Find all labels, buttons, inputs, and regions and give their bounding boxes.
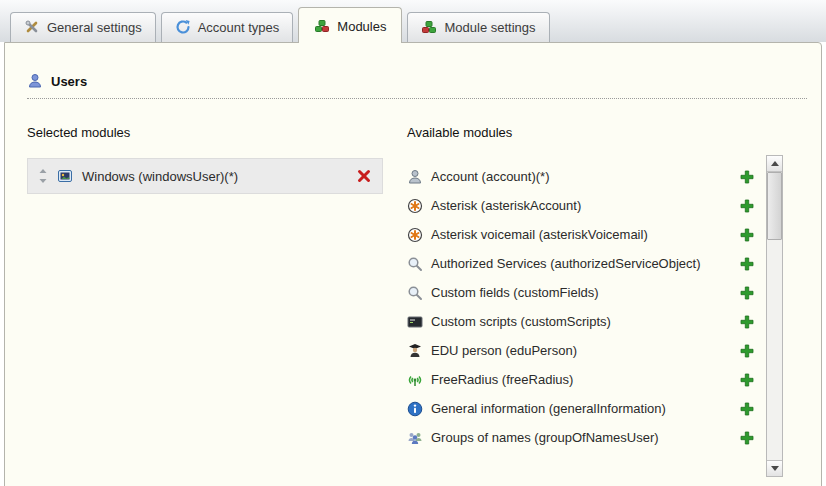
modules-icon bbox=[314, 18, 330, 34]
available-module-row: Custom fields (customFields) bbox=[407, 278, 755, 307]
plus-icon bbox=[739, 343, 755, 359]
available-module-label: Account (account)(*) bbox=[431, 169, 550, 184]
modules-panel: Users Selected modules Windows (windowsU… bbox=[4, 42, 822, 486]
available-module-label: Groups of names (groupOfNamesUser) bbox=[431, 430, 659, 445]
plus-icon bbox=[739, 198, 755, 214]
asterisk-icon bbox=[407, 198, 423, 214]
asterisk-icon bbox=[407, 227, 423, 243]
available-module-label: Authorized Services (authorizedServiceOb… bbox=[431, 256, 701, 271]
account-icon bbox=[407, 169, 423, 185]
tab-module-settings[interactable]: Module settings bbox=[407, 12, 549, 42]
available-module-row: Groups of names (groupOfNamesUser) bbox=[407, 423, 755, 452]
available-modules-heading: Available modules bbox=[407, 125, 783, 140]
section-title: Users bbox=[51, 74, 87, 89]
available-module-label: Custom scripts (customScripts) bbox=[431, 314, 611, 329]
plus-icon bbox=[739, 227, 755, 243]
lam-configuration-page: { "tabs": [ {"label": "General settings"… bbox=[0, 0, 826, 486]
available-module-row: General information (generalInformation) bbox=[407, 394, 755, 423]
up-arrow-icon bbox=[771, 161, 779, 166]
search-icon bbox=[407, 256, 423, 272]
user-icon bbox=[27, 73, 43, 89]
tools-icon bbox=[24, 19, 40, 35]
available-module-label: Custom fields (customFields) bbox=[431, 285, 599, 300]
plus-icon bbox=[739, 314, 755, 330]
add-module-button[interactable] bbox=[739, 256, 755, 272]
scrollbar-track[interactable] bbox=[767, 172, 782, 460]
tab-label: Module settings bbox=[444, 20, 535, 35]
tab-bar: General settings Account types Modules M… bbox=[0, 0, 826, 42]
available-modules-column: Available modules Account (account)(*) bbox=[407, 125, 783, 452]
available-module-row: Asterisk voicemail (asteriskVoicemail) bbox=[407, 220, 755, 249]
modules-columns: Selected modules Windows (windowsUser)(*… bbox=[5, 99, 821, 452]
available-module-row: Custom scripts (customScripts) bbox=[407, 307, 755, 336]
available-modules-scrollbar[interactable] bbox=[766, 155, 783, 477]
users-section-heading: Users bbox=[27, 73, 807, 99]
plus-icon bbox=[739, 256, 755, 272]
drag-handle-icon[interactable] bbox=[38, 168, 48, 184]
tab-general-settings[interactable]: General settings bbox=[10, 12, 156, 42]
add-module-button[interactable] bbox=[739, 430, 755, 446]
available-module-row: EDU person (eduPerson) bbox=[407, 336, 755, 365]
add-module-button[interactable] bbox=[739, 227, 755, 243]
available-module-label: FreeRadius (freeRadius) bbox=[431, 372, 573, 387]
add-module-button[interactable] bbox=[739, 198, 755, 214]
scrollbar-thumb[interactable] bbox=[767, 172, 782, 240]
plus-icon bbox=[739, 285, 755, 301]
info-icon bbox=[407, 401, 423, 417]
tab-label: General settings bbox=[47, 20, 142, 35]
antenna-icon bbox=[407, 372, 423, 388]
available-module-row: Authorized Services (authorizedServiceOb… bbox=[407, 249, 755, 278]
available-module-row: Asterisk (asteriskAccount) bbox=[407, 191, 755, 220]
plus-icon bbox=[739, 372, 755, 388]
tab-modules[interactable]: Modules bbox=[298, 7, 402, 43]
available-module-label: Asterisk (asteriskAccount) bbox=[431, 198, 581, 213]
remove-module-button[interactable] bbox=[356, 168, 372, 184]
tab-account-types[interactable]: Account types bbox=[161, 12, 294, 42]
selected-modules-heading: Selected modules bbox=[27, 125, 407, 140]
tab-label: Modules bbox=[337, 19, 386, 34]
available-modules-list: Account (account)(*) Asterisk (asteriskA… bbox=[407, 158, 755, 452]
selected-module-label: Windows (windowsUser)(*) bbox=[82, 169, 238, 184]
add-module-button[interactable] bbox=[739, 285, 755, 301]
selected-modules-column: Selected modules Windows (windowsUser)(*… bbox=[27, 125, 407, 452]
scroll-up-button[interactable] bbox=[767, 156, 782, 172]
edu-person-icon bbox=[407, 343, 423, 359]
add-module-button[interactable] bbox=[739, 372, 755, 388]
down-arrow-icon bbox=[771, 466, 779, 471]
plus-icon bbox=[739, 169, 755, 185]
add-module-button[interactable] bbox=[739, 169, 755, 185]
scroll-down-button[interactable] bbox=[767, 460, 782, 476]
add-module-button[interactable] bbox=[739, 401, 755, 417]
tab-label: Account types bbox=[198, 20, 280, 35]
selected-module-row[interactable]: Windows (windowsUser)(*) bbox=[27, 158, 383, 194]
available-module-label: EDU person (eduPerson) bbox=[431, 343, 577, 358]
available-module-label: Asterisk voicemail (asteriskVoicemail) bbox=[431, 227, 648, 242]
module-settings-icon bbox=[421, 19, 437, 35]
group-icon bbox=[407, 430, 423, 446]
script-icon bbox=[407, 314, 423, 330]
available-module-label: General information (generalInformation) bbox=[431, 401, 666, 416]
available-module-row: FreeRadius (freeRadius) bbox=[407, 365, 755, 394]
remove-icon bbox=[356, 168, 372, 184]
plus-icon bbox=[739, 430, 755, 446]
available-module-row: Account (account)(*) bbox=[407, 162, 755, 191]
plus-icon bbox=[739, 401, 755, 417]
add-module-button[interactable] bbox=[739, 343, 755, 359]
windows-module-icon bbox=[57, 168, 73, 184]
add-module-button[interactable] bbox=[739, 314, 755, 330]
account-types-icon bbox=[175, 19, 191, 35]
search-icon bbox=[407, 285, 423, 301]
